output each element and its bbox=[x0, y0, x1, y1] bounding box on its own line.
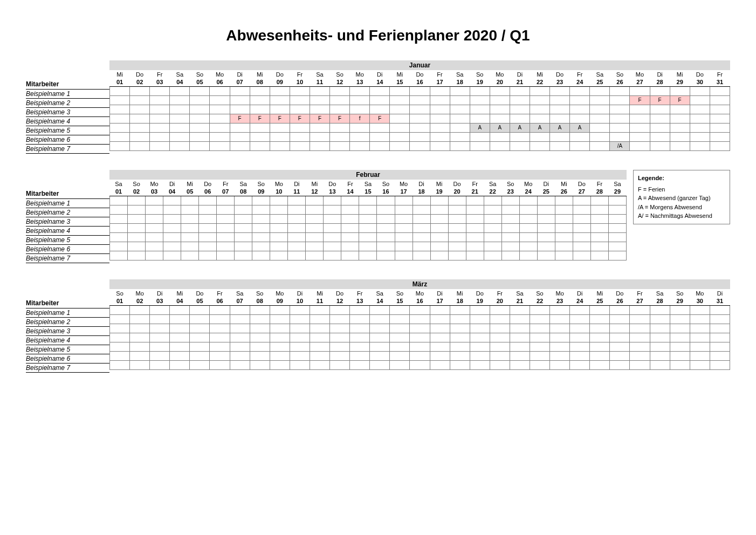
planner-cell[interactable] bbox=[150, 114, 170, 123]
planner-cell[interactable] bbox=[410, 95, 430, 105]
planner-cell[interactable] bbox=[130, 123, 150, 132]
planner-cell[interactable] bbox=[430, 214, 448, 223]
planner-cell[interactable] bbox=[330, 342, 350, 351]
planner-cell[interactable] bbox=[290, 305, 310, 314]
planner-cell[interactable] bbox=[466, 223, 484, 232]
planner-cell[interactable] bbox=[710, 105, 730, 114]
planner-cell[interactable] bbox=[573, 251, 590, 260]
planner-cell[interactable] bbox=[170, 105, 190, 114]
planner-cell[interactable] bbox=[690, 305, 710, 314]
planner-cell[interactable] bbox=[430, 123, 450, 132]
planner-cell[interactable] bbox=[310, 360, 329, 369]
planner-cell[interactable] bbox=[330, 360, 350, 369]
planner-cell[interactable] bbox=[210, 360, 230, 369]
planner-cell[interactable] bbox=[310, 86, 329, 95]
planner-cell[interactable] bbox=[470, 95, 490, 105]
planner-cell[interactable] bbox=[501, 205, 519, 214]
planner-cell[interactable] bbox=[130, 95, 150, 105]
planner-cell[interactable] bbox=[608, 223, 626, 232]
planner-cell[interactable] bbox=[450, 141, 470, 150]
planner-cell[interactable] bbox=[146, 205, 163, 214]
planner-cell[interactable] bbox=[510, 86, 530, 95]
planner-cell[interactable] bbox=[359, 196, 377, 205]
planner-cell[interactable] bbox=[590, 214, 608, 223]
planner-cell[interactable] bbox=[270, 214, 288, 223]
planner-cell[interactable] bbox=[450, 105, 470, 114]
planner-cell[interactable] bbox=[470, 132, 490, 141]
planner-cell[interactable] bbox=[555, 205, 573, 214]
planner-cell[interactable] bbox=[530, 342, 549, 351]
planner-cell[interactable] bbox=[690, 342, 710, 351]
planner-cell[interactable] bbox=[217, 232, 235, 242]
planner-cell[interactable] bbox=[306, 214, 324, 223]
planner-cell[interactable] bbox=[710, 324, 730, 333]
planner-cell[interactable] bbox=[430, 232, 448, 242]
planner-cell[interactable] bbox=[690, 114, 710, 123]
planner-cell[interactable] bbox=[306, 242, 324, 251]
planner-cell[interactable] bbox=[630, 342, 650, 351]
planner-cell[interactable] bbox=[501, 196, 519, 205]
planner-cell[interactable] bbox=[650, 351, 670, 360]
planner-cell[interactable] bbox=[210, 342, 230, 351]
planner-cell[interactable] bbox=[110, 132, 130, 141]
planner-cell[interactable] bbox=[190, 314, 210, 324]
planner-cell[interactable] bbox=[199, 232, 217, 242]
planner-cell[interactable] bbox=[630, 351, 650, 360]
planner-cell[interactable] bbox=[341, 196, 359, 205]
planner-cell[interactable] bbox=[710, 86, 730, 95]
planner-cell[interactable] bbox=[690, 141, 710, 150]
planner-cell[interactable] bbox=[430, 95, 450, 105]
planner-cell[interactable] bbox=[190, 351, 210, 360]
planner-cell[interactable] bbox=[230, 123, 250, 132]
planner-cell[interactable] bbox=[146, 232, 163, 242]
planner-cell[interactable] bbox=[590, 305, 610, 314]
planner-cell[interactable] bbox=[306, 196, 324, 205]
planner-cell[interactable] bbox=[466, 232, 484, 242]
planner-cell[interactable] bbox=[190, 123, 210, 132]
planner-cell[interactable] bbox=[610, 351, 630, 360]
planner-cell[interactable]: F bbox=[330, 114, 350, 123]
planner-cell[interactable] bbox=[270, 105, 290, 114]
planner-cell[interactable] bbox=[690, 95, 710, 105]
planner-cell[interactable] bbox=[370, 132, 390, 141]
planner-cell[interactable] bbox=[490, 305, 510, 314]
planner-cell[interactable] bbox=[350, 333, 370, 342]
planner-cell[interactable] bbox=[350, 105, 370, 114]
planner-cell[interactable] bbox=[484, 232, 501, 242]
planner-cell[interactable] bbox=[270, 141, 290, 150]
planner-cell[interactable] bbox=[555, 251, 573, 260]
planner-cell[interactable] bbox=[330, 132, 350, 141]
planner-cell[interactable] bbox=[573, 232, 590, 242]
planner-cell[interactable] bbox=[270, 205, 288, 214]
planner-cell[interactable] bbox=[230, 333, 250, 342]
planner-cell[interactable] bbox=[235, 196, 252, 205]
planner-cell[interactable] bbox=[210, 114, 230, 123]
planner-cell[interactable] bbox=[448, 242, 466, 251]
planner-cell[interactable] bbox=[330, 314, 350, 324]
planner-cell[interactable] bbox=[110, 114, 130, 123]
planner-cell[interactable] bbox=[610, 95, 630, 105]
planner-cell[interactable] bbox=[630, 324, 650, 333]
planner-cell[interactable] bbox=[410, 86, 430, 95]
planner-cell[interactable] bbox=[235, 232, 252, 242]
planner-cell[interactable] bbox=[413, 205, 430, 214]
planner-cell[interactable] bbox=[466, 214, 484, 223]
planner-cell[interactable] bbox=[170, 95, 190, 105]
planner-cell[interactable] bbox=[110, 324, 130, 333]
planner-cell[interactable] bbox=[190, 95, 210, 105]
planner-cell[interactable] bbox=[210, 95, 230, 105]
planner-cell[interactable] bbox=[170, 324, 190, 333]
planner-cell[interactable] bbox=[310, 123, 329, 132]
planner-cell[interactable] bbox=[610, 132, 630, 141]
planner-cell[interactable] bbox=[330, 141, 350, 150]
planner-cell[interactable] bbox=[395, 242, 413, 251]
planner-cell[interactable] bbox=[130, 105, 150, 114]
planner-cell[interactable] bbox=[217, 205, 235, 214]
planner-cell[interactable] bbox=[128, 242, 146, 251]
planner-cell[interactable] bbox=[530, 114, 549, 123]
planner-cell[interactable] bbox=[530, 105, 549, 114]
planner-cell[interactable] bbox=[270, 305, 290, 314]
planner-cell[interactable] bbox=[590, 324, 610, 333]
planner-cell[interactable] bbox=[250, 105, 270, 114]
planner-cell[interactable] bbox=[430, 360, 450, 369]
